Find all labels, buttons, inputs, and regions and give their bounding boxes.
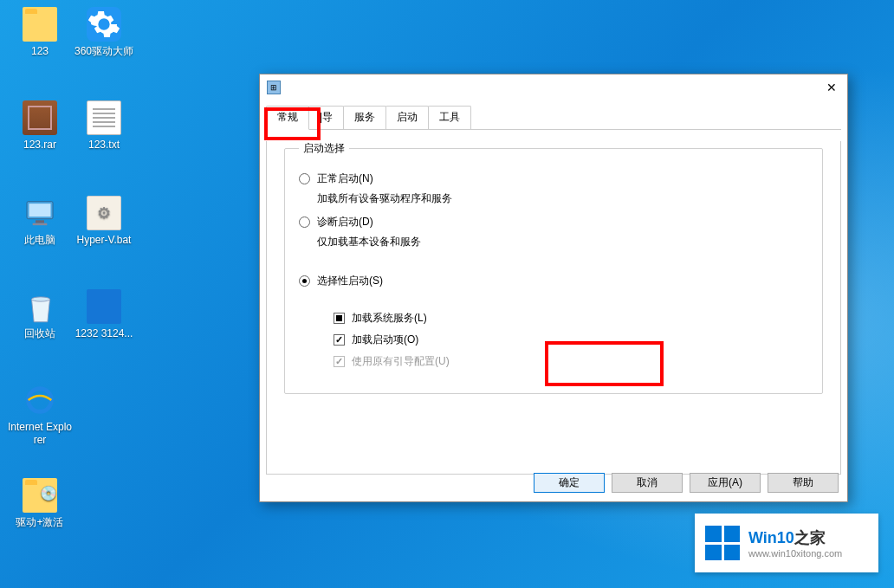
- txt-123-label: 123.txt: [71, 139, 137, 152]
- watermark-title: Win10之家: [748, 527, 842, 548]
- radio-icon: [299, 275, 310, 287]
- radio-label: 诊断启动(D): [317, 215, 373, 229]
- tab-general[interactable]: 常规: [266, 106, 309, 130]
- app-360-driver[interactable]: 360驱动大师: [71, 7, 137, 58]
- startup-selection-group: 启动选择 正常启动(N) 加载所有设备驱动程序和服务 诊断启动(D) 仅加载基本…: [284, 141, 823, 394]
- app-360-driver-label: 360驱动大师: [71, 45, 137, 58]
- radio-label: 选择性启动(S): [317, 274, 383, 288]
- watermark-url: www.win10xitong.com: [748, 548, 842, 559]
- window-titlebar[interactable]: ⊞: [260, 74, 847, 100]
- apply-button[interactable]: 应用(A): [690, 473, 761, 493]
- svg-point-5: [29, 389, 52, 412]
- windows-logo-icon: [705, 526, 740, 560]
- msconfig-window: ⊞ 常规 |导 服务 启动 工具 启动选择 正常启动(N) 加载所有设备驱动程序…: [259, 74, 848, 502]
- folder-123[interactable]: 123: [7, 7, 73, 58]
- video-1232[interactable]: 1232 3124...: [71, 289, 137, 340]
- ok-button[interactable]: 确定: [534, 473, 605, 493]
- radio-normal-startup[interactable]: 正常启动(N): [299, 171, 808, 186]
- recycle-bin-icon: [23, 289, 57, 324]
- ie-icon: [23, 383, 57, 417]
- radio-icon: [299, 216, 310, 228]
- radio-label: 正常启动(N): [317, 171, 373, 186]
- tab-startup[interactable]: 启动: [385, 106, 429, 130]
- rar-123-label: 123.rar: [7, 139, 73, 152]
- checkbox-icon: [334, 334, 345, 346]
- normal-startup-description: 加载所有设备驱动程序和服务: [317, 191, 808, 206]
- dialog-button-row: 确定 取消 应用(A) 帮助: [534, 473, 839, 493]
- svg-rect-1: [29, 204, 51, 216]
- close-icon[interactable]: [823, 80, 840, 95]
- bat-hyperv[interactable]: Hyper-V.bat: [71, 196, 137, 247]
- tab-services[interactable]: 服务: [343, 106, 386, 130]
- checkbox-load-services[interactable]: 加载系统服务(L): [334, 311, 808, 326]
- checkbox-load-startup[interactable]: 加载启动项(O): [334, 333, 808, 347]
- radio-diagnostic-startup[interactable]: 诊断启动(D): [299, 215, 808, 229]
- video-1232-label: 1232 3124...: [71, 327, 137, 340]
- checkbox-icon: [334, 356, 345, 367]
- this-pc-icon: [23, 196, 57, 230]
- this-pc[interactable]: 此电脑: [7, 196, 73, 247]
- watermark-badge: Win10之家 www.win10xitong.com: [695, 514, 878, 572]
- video-1232-icon: [87, 289, 121, 324]
- txt-123[interactable]: 123.txt: [71, 100, 137, 152]
- folder-driver-activate-label: 驱动+激活: [7, 516, 73, 529]
- radio-icon: [299, 173, 310, 184]
- diagnostic-startup-description: 仅加载基本设备和服务: [317, 235, 808, 249]
- bat-hyperv-label: Hyper-V.bat: [71, 234, 137, 247]
- rar-123-icon: [23, 100, 57, 135]
- svg-rect-2: [36, 220, 44, 223]
- svg-rect-3: [33, 223, 48, 226]
- folder-123-icon: [23, 7, 57, 42]
- folder-driver-activate[interactable]: 驱动+激活: [7, 478, 73, 529]
- folder-123-label: 123: [7, 45, 73, 58]
- checkbox-label: 加载系统服务(L): [352, 311, 427, 326]
- tab-panel-general: 启动选择 正常启动(N) 加载所有设备驱动程序和服务 诊断启动(D) 仅加载基本…: [266, 141, 841, 475]
- checkbox-label: 加载启动项(O): [352, 333, 418, 347]
- ie[interactable]: Internet Explorer: [7, 383, 73, 447]
- app-360-driver-icon: [87, 7, 121, 42]
- recycle-bin[interactable]: 回收站: [7, 289, 73, 340]
- recycle-bin-label: 回收站: [7, 327, 73, 340]
- msconfig-icon: ⊞: [267, 81, 281, 94]
- tab-tools[interactable]: 工具: [428, 106, 471, 130]
- svg-point-4: [32, 297, 50, 301]
- startup-selection-legend: 启动选择: [299, 141, 349, 156]
- checkbox-icon: [334, 313, 345, 324]
- ie-label: Internet Explorer: [7, 421, 73, 447]
- checkbox-original-boot: 使用原有引导配置(U): [334, 354, 808, 369]
- cancel-button[interactable]: 取消: [612, 473, 683, 493]
- tab-strip: 常规 |导 服务 启动 工具: [260, 106, 847, 130]
- radio-selective-startup[interactable]: 选择性启动(S): [299, 274, 808, 288]
- folder-driver-activate-icon: [23, 478, 57, 513]
- checkbox-label: 使用原有引导配置(U): [352, 354, 450, 369]
- this-pc-label: 此电脑: [7, 234, 73, 247]
- txt-123-icon: [87, 100, 121, 135]
- help-button[interactable]: 帮助: [768, 473, 839, 493]
- tab-boot[interactable]: |导: [308, 106, 344, 130]
- rar-123[interactable]: 123.rar: [7, 100, 73, 152]
- bat-hyperv-icon: [87, 196, 121, 230]
